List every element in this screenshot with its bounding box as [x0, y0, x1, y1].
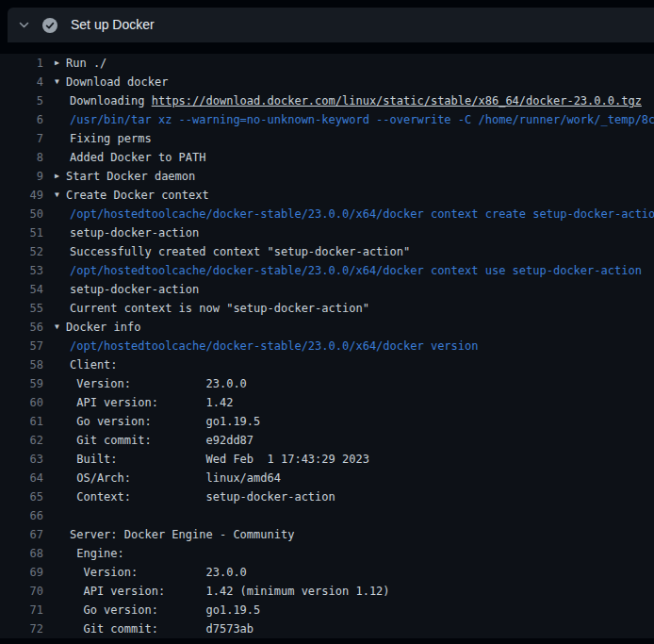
line-number[interactable]: 67: [0, 525, 43, 544]
line-number[interactable]: 59: [0, 374, 43, 393]
log-group-toggle[interactable]: ▼Download docker: [43, 73, 654, 91]
line-number[interactable]: 4: [0, 73, 43, 91]
log-text: [43, 506, 654, 525]
log-line: 51setup-docker-action: [0, 223, 654, 242]
line-number[interactable]: 55: [0, 299, 43, 318]
line-number[interactable]: 71: [0, 601, 43, 619]
line-number[interactable]: 53: [0, 261, 43, 280]
log-group-toggle[interactable]: ▶Run ./: [43, 54, 654, 73]
log-group-toggle[interactable]: ▼Create Docker context: [43, 186, 654, 205]
log-text: Server: Docker Engine - Community: [43, 525, 654, 544]
log-text: setup-docker-action: [43, 223, 654, 242]
log-text: Version: 23.0.0: [43, 563, 654, 582]
triangle-right-icon: ▶: [55, 54, 59, 73]
line-number[interactable]: 61: [0, 412, 43, 431]
line-number[interactable]: 69: [0, 563, 43, 582]
chevron-down-icon[interactable]: [18, 19, 30, 31]
log-text: Git commit: e92dd87: [43, 431, 654, 450]
triangle-down-icon: ▼: [55, 186, 59, 205]
check-circle-icon: [42, 18, 57, 33]
log-line: 71 Go version: go1.19.5: [0, 601, 654, 619]
log-text: OS/Arch: linux/amd64: [43, 469, 654, 487]
log-command-text: /opt/hostedtoolcache/docker-stable/23.0.…: [43, 205, 654, 223]
log-text: Engine:: [43, 544, 654, 563]
log-text: Built: Wed Feb 1 17:43:29 2023: [43, 450, 654, 469]
log-line: 8Added Docker to PATH: [0, 148, 654, 167]
log-line: 53/opt/hostedtoolcache/docker-stable/23.…: [0, 261, 654, 280]
log-text: Go version: go1.19.5: [43, 601, 654, 619]
line-number[interactable]: 62: [0, 431, 43, 450]
log-text: Version: 23.0.0: [43, 374, 654, 393]
log-line: 55Current context is now "setup-docker-a…: [0, 299, 654, 318]
log-line: 58Client:: [0, 355, 654, 374]
log-line: 62 Git commit: e92dd87: [0, 431, 654, 450]
log-line: 66: [0, 506, 654, 525]
line-number[interactable]: 63: [0, 450, 43, 469]
line-number[interactable]: 72: [0, 619, 43, 638]
log-line: 50/opt/hostedtoolcache/docker-stable/23.…: [0, 205, 654, 223]
log-text: Git commit: d7573ab: [43, 619, 654, 638]
log-line: 54setup-docker-action: [0, 280, 654, 299]
log-command-text: /usr/bin/tar xz --warning=no-unknown-key…: [43, 110, 654, 129]
line-number[interactable]: 51: [0, 223, 43, 242]
line-number[interactable]: 6: [0, 110, 43, 129]
log-group-toggle[interactable]: ▶Start Docker daemon: [43, 167, 654, 186]
log-line: 6/usr/bin/tar xz --warning=no-unknown-ke…: [0, 110, 654, 129]
log-line: 4▼Download docker: [0, 73, 654, 91]
log-line: 52Successfully created context "setup-do…: [0, 242, 654, 261]
log-text: API version: 1.42 (minimum version 1.12): [43, 582, 654, 601]
line-number[interactable]: 56: [0, 318, 43, 337]
line-number[interactable]: 57: [0, 337, 43, 355]
log-lines: 1▶Run ./4▼Download docker5Downloading ht…: [0, 54, 654, 638]
log-line: 61 Go version: go1.19.5: [0, 412, 654, 431]
log-text: Go version: go1.19.5: [43, 412, 654, 431]
log-line: 57/opt/hostedtoolcache/docker-stable/23.…: [0, 337, 654, 355]
line-number[interactable]: 54: [0, 280, 43, 299]
log-text: Current context is now "setup-docker-act…: [43, 299, 654, 318]
step-title: Set up Docker: [71, 8, 155, 42]
log-text: Downloading https://download.docker.com/…: [43, 91, 654, 110]
group-title: Docker info: [66, 321, 140, 334]
log-line: 60 API version: 1.42: [0, 393, 654, 412]
group-title: Start Docker daemon: [66, 170, 195, 183]
log-text-prefix: Downloading: [70, 94, 152, 107]
log-line: 69 Version: 23.0.0: [0, 563, 654, 582]
triangle-down-icon: ▼: [55, 73, 59, 91]
line-number[interactable]: 7: [0, 129, 43, 148]
line-number[interactable]: 68: [0, 544, 43, 563]
log-text: Added Docker to PATH: [43, 148, 654, 167]
line-number[interactable]: 60: [0, 393, 43, 412]
line-number[interactable]: 5: [0, 91, 43, 110]
group-title: Download docker: [66, 75, 168, 89]
line-number[interactable]: 66: [0, 506, 43, 525]
triangle-right-icon: ▶: [55, 167, 59, 186]
log-line: 9▶Start Docker daemon: [0, 167, 654, 186]
log-line: 1▶Run ./: [0, 54, 654, 73]
line-number[interactable]: 8: [0, 148, 43, 167]
line-number[interactable]: 58: [0, 355, 43, 374]
line-number[interactable]: 52: [0, 242, 43, 261]
line-number[interactable]: 49: [0, 186, 43, 205]
log-line: 7Fixing perms: [0, 129, 654, 148]
line-number[interactable]: 64: [0, 469, 43, 487]
log-line: 72 Git commit: d7573ab: [0, 619, 654, 638]
step-header[interactable]: Set up Docker: [8, 8, 654, 42]
log-command-text: /opt/hostedtoolcache/docker-stable/23.0.…: [43, 337, 654, 355]
log-group-toggle[interactable]: ▼Docker info: [43, 318, 654, 337]
line-number[interactable]: 70: [0, 582, 43, 601]
line-number[interactable]: 9: [0, 167, 43, 186]
triangle-down-icon: ▼: [55, 318, 59, 337]
log-line: 59 Version: 23.0.0: [0, 374, 654, 393]
log-line: 56▼Docker info: [0, 318, 654, 337]
log-text: Successfully created context "setup-dock…: [43, 242, 654, 261]
log-line: 65 Context: setup-docker-action: [0, 487, 654, 506]
log-text: API version: 1.42: [43, 393, 654, 412]
log-text: Context: setup-docker-action: [43, 487, 654, 506]
line-number[interactable]: 50: [0, 205, 43, 223]
log-url-link[interactable]: https://download.docker.com/linux/static…: [152, 94, 642, 107]
log-text: Fixing perms: [43, 129, 654, 148]
log-text: setup-docker-action: [43, 280, 654, 299]
log-line: 64 OS/Arch: linux/amd64: [0, 469, 654, 487]
line-number[interactable]: 65: [0, 487, 43, 506]
line-number[interactable]: 1: [0, 54, 43, 73]
